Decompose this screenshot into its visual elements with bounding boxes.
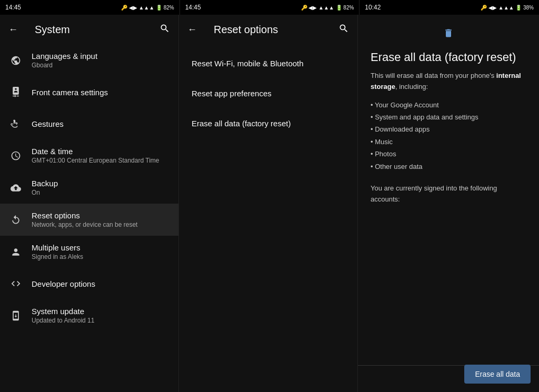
panel-reset: ← Reset options Reset Wi-Fi, mobile & Bl… <box>179 15 358 392</box>
icons-3: 🔑 ◀▶ ▲▲▲ 🔋 38% <box>481 5 534 11</box>
users-text: Multiple users Signed in as Aleks <box>32 243 170 260</box>
settings-list: Languages & input Gboard Front camera se… <box>0 44 178 392</box>
time-3: 10:42 <box>365 4 381 11</box>
trash-icon <box>443 25 454 42</box>
panel-erase: Erase all data (factory reset) This will… <box>358 15 539 392</box>
datetime-subtitle: GMT+01:00 Central European Standard Time <box>32 157 170 164</box>
erase-list-item-2: • Downloaded apps <box>371 123 526 135</box>
settings-item-update[interactable]: System update Updated to Android 11 <box>0 299 178 331</box>
backup-title: Backup <box>32 179 170 188</box>
person-icon <box>8 247 23 257</box>
settings-item-reset[interactable]: Reset options Network, apps, or device c… <box>0 204 178 236</box>
reset-icon <box>8 215 23 225</box>
reset-wifi-item[interactable]: Reset Wi-Fi, mobile & Bluetooth <box>179 48 357 78</box>
search-icon-reset[interactable] <box>338 23 349 36</box>
reset-options-list: Reset Wi-Fi, mobile & Bluetooth Reset ap… <box>179 44 357 143</box>
icons-2: 🔑 ◀▶ ▲▲▲ 🔋 82% <box>301 5 354 11</box>
users-title: Multiple users <box>32 243 170 252</box>
panel-system: ← System Languages & input Gboard <box>0 15 179 392</box>
reset-header: ← Reset options <box>179 15 357 44</box>
back-icon-system[interactable]: ← <box>8 24 18 35</box>
erase-button-container: Erase all data <box>464 365 531 384</box>
developer-title: Developer options <box>32 279 170 288</box>
panels: ← System Languages & input Gboard <box>0 15 539 392</box>
reset-title-header: Reset options <box>205 15 330 44</box>
settings-item-gestures[interactable]: Gestures <box>0 108 178 139</box>
reset-app-prefs-item[interactable]: Reset app preferences <box>179 78 357 108</box>
users-subtitle: Signed in as Aleks <box>32 253 170 260</box>
erase-list-item-0: • Your Google Account <box>371 99 526 111</box>
back-icon-reset[interactable]: ← <box>187 24 197 35</box>
datetime-title: Date & time <box>32 147 170 156</box>
update-title: System update <box>32 307 170 316</box>
erase-list-item-3: • Music <box>371 136 526 148</box>
time-1: 14:45 <box>5 4 21 11</box>
erase-title: Erase all data (factory reset) <box>371 51 526 64</box>
settings-item-developer[interactable]: Developer options <box>0 268 178 299</box>
search-icon-system[interactable] <box>159 23 170 36</box>
gestures-title: Gestures <box>32 119 170 128</box>
gesture-icon <box>8 118 23 129</box>
erase-all-data-button[interactable]: Erase all data <box>464 365 531 384</box>
settings-item-languages[interactable]: Languages & input Gboard <box>0 44 178 76</box>
settings-item-users[interactable]: Multiple users Signed in as Aleks <box>0 236 178 268</box>
reset-subtitle: Network, apps, or device can be reset <box>32 221 170 228</box>
datetime-text: Date & time GMT+01:00 Central European S… <box>32 147 170 164</box>
time-2: 14:45 <box>185 4 201 11</box>
icons-1: 🔑 ◀▶ ▲▲▲ 🔋 82% <box>121 5 174 11</box>
system-title: System <box>26 15 151 44</box>
accounts-section: You are currently signed into the follow… <box>371 183 526 205</box>
developer-text: Developer options <box>32 279 170 288</box>
camera-text: Front camera settings <box>32 88 170 97</box>
gestures-text: Gestures <box>32 119 170 128</box>
update-subtitle: Updated to Android 11 <box>32 317 170 324</box>
camera-title: Front camera settings <box>32 88 170 97</box>
erase-desc-suffix: , including: <box>395 83 428 91</box>
settings-item-camera[interactable]: Front camera settings <box>0 76 178 108</box>
settings-item-backup[interactable]: Backup On <box>0 172 178 204</box>
system-header: ← System <box>0 15 178 44</box>
system-update-icon <box>8 310 23 321</box>
erase-list: • Your Google Account • System and app d… <box>371 99 526 173</box>
trash-icon-container <box>371 25 526 42</box>
status-bar-2: 14:45 🔑 ◀▶ ▲▲▲ 🔋 82% <box>179 0 360 15</box>
languages-title: Languages & input <box>32 52 170 61</box>
erase-description: This will erase all data from your phone… <box>371 71 526 93</box>
backup-subtitle: On <box>32 189 170 196</box>
status-bar-1: 14:45 🔑 ◀▶ ▲▲▲ 🔋 82% <box>0 0 179 15</box>
status-bars: 14:45 🔑 ◀▶ ▲▲▲ 🔋 82% 14:45 🔑 ◀▶ ▲▲▲ 🔋 82… <box>0 0 539 15</box>
languages-subtitle: Gboard <box>32 62 170 69</box>
update-text: System update Updated to Android 11 <box>32 307 170 324</box>
status-bar-3: 10:42 🔑 ◀▶ ▲▲▲ 🔋 38% <box>359 0 539 15</box>
settings-item-datetime[interactable]: Date & time GMT+01:00 Central European S… <box>0 139 178 172</box>
erase-desc-prefix: This will erase all data from your phone… <box>371 72 496 79</box>
code-icon <box>8 278 23 289</box>
camera-front-icon <box>8 87 23 97</box>
reset-text: Reset options Network, apps, or device c… <box>32 211 170 228</box>
clock-icon <box>8 150 23 161</box>
erase-list-item-5: • Other user data <box>371 160 526 173</box>
reset-title: Reset options <box>32 211 170 220</box>
erase-list-item-4: • Photos <box>371 148 526 160</box>
backup-text: Backup On <box>32 179 170 196</box>
erase-all-data-item[interactable]: Erase all data (factory reset) <box>179 108 357 138</box>
backup-icon <box>8 183 23 193</box>
globe-icon <box>8 55 23 66</box>
erase-list-item-1: • System and app data and settings <box>371 111 526 123</box>
languages-text: Languages & input Gboard <box>32 52 170 69</box>
